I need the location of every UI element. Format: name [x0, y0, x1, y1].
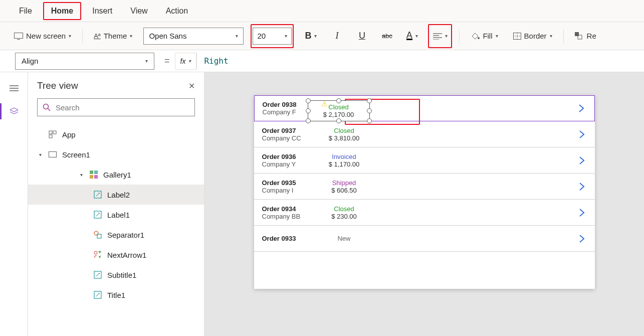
- tree-node-label: NextArrow1: [107, 251, 146, 259]
- order-price: $ 2,170.00: [323, 111, 354, 118]
- svg-rect-21: [90, 171, 93, 174]
- tree-search-input[interactable]: [55, 103, 189, 112]
- theme-label: Theme: [104, 32, 127, 40]
- separator: [459, 29, 460, 43]
- expand-icon[interactable]: ▾: [37, 152, 43, 157]
- close-panel-button[interactable]: ✕: [188, 81, 195, 91]
- gallery-item[interactable]: Order 0933 New: [254, 226, 595, 252]
- fx-label: fx: [180, 57, 186, 65]
- chevron-down-icon: ▾: [236, 33, 238, 39]
- font-color-button[interactable]: A ▾: [403, 27, 421, 45]
- tree-node-separator1[interactable]: Separator1: [28, 225, 204, 245]
- font-size-value: 20: [257, 32, 266, 40]
- tree-node-label2[interactable]: Label2: [28, 185, 204, 205]
- home-toolbar: New screen ▾ Aª Theme ▾ Open Sans ▾ 20 ▾…: [0, 22, 644, 50]
- tree-node-screen1[interactable]: ▾ Screen1: [28, 144, 204, 164]
- svg-rect-28: [97, 234, 101, 238]
- menu-file[interactable]: File: [10, 0, 41, 22]
- order-status: Closed: [314, 127, 374, 134]
- new-screen-button[interactable]: New screen ▾: [10, 27, 75, 45]
- reorder-button[interactable]: Re: [571, 27, 600, 45]
- order-status: New: [314, 235, 374, 242]
- next-arrow-icon[interactable]: [578, 104, 584, 113]
- formula-bar: Align ▾ = fx ▾: [0, 50, 644, 72]
- tree-node-label: Label2: [107, 191, 130, 199]
- bold-icon: B: [305, 31, 311, 41]
- tree-node-label: Label1: [107, 211, 130, 219]
- gallery-item[interactable]: Order 0934 Company BB Closed $ 230.00: [254, 200, 595, 226]
- border-button[interactable]: Border ▾: [509, 27, 556, 45]
- reorder-label: Re: [587, 32, 596, 40]
- menu-action[interactable]: Action: [157, 0, 197, 22]
- tree-node-app[interactable]: App: [28, 124, 204, 144]
- underline-button[interactable]: U: [353, 27, 371, 45]
- separator: [563, 29, 564, 43]
- hamburger-icon: [10, 85, 19, 92]
- app-icon: [48, 130, 57, 139]
- fx-button[interactable]: fx ▾: [175, 53, 197, 70]
- menu-view[interactable]: View: [121, 0, 156, 22]
- fill-button[interactable]: Fill ▾: [467, 27, 502, 45]
- new-screen-label: New screen: [26, 32, 66, 40]
- tree-search-box[interactable]: [37, 98, 195, 116]
- chevron-down-icon: ▾: [496, 33, 498, 39]
- font-size-select[interactable]: 20 ▾: [253, 28, 292, 45]
- company-name: Company BB: [262, 213, 314, 220]
- next-arrow-icon[interactable]: [579, 130, 585, 139]
- order-id: Order 0936: [262, 153, 314, 160]
- equals-sign: =: [159, 56, 175, 66]
- border-icon: [513, 33, 521, 40]
- font-family-select[interactable]: Open Sans ▾: [143, 28, 244, 45]
- canvas-area[interactable]: Order 0938 Company F Closed $ 2,170.00 ⚠…: [204, 72, 644, 336]
- tree-node-title1[interactable]: Title1: [28, 285, 204, 305]
- order-id: Order 0935: [262, 179, 314, 187]
- tree-view-panel: Tree view ✕ App ▾ Screen1 ▾ Gallery1: [28, 72, 204, 336]
- tree-view-title: Tree view: [37, 80, 78, 91]
- app-screen[interactable]: Order 0938 Company F Closed $ 2,170.00 ⚠…: [254, 95, 595, 289]
- label-icon: [93, 210, 102, 219]
- gallery-item[interactable]: Order 0936 Company Y Invoiced $ 1,170.00: [254, 147, 595, 174]
- next-arrow-icon[interactable]: [579, 156, 585, 165]
- gallery-item[interactable]: Order 0938 Company F Closed $ 2,170.00 ⚠…: [254, 95, 595, 121]
- italic-icon: I: [335, 31, 338, 41]
- chevron-down-icon: ▾: [130, 33, 132, 39]
- property-selector[interactable]: Align ▾: [15, 53, 154, 70]
- order-status: Closed: [314, 205, 374, 213]
- expand-icon[interactable]: ▾: [78, 172, 84, 178]
- gallery-item[interactable]: Order 0935 Company I Shipped $ 606.50: [254, 174, 595, 200]
- text-align-button[interactable]: ▾: [430, 27, 450, 45]
- next-arrow-icon[interactable]: [579, 208, 585, 217]
- tree-node-subtitle1[interactable]: Subtitle1: [28, 265, 204, 285]
- svg-rect-18: [53, 131, 56, 134]
- chevron-down-icon: ▾: [285, 33, 287, 39]
- order-price: $ 230.00: [314, 213, 374, 220]
- order-price: $ 606.50: [314, 187, 374, 194]
- hamburger-button[interactable]: [7, 81, 21, 95]
- svg-point-27: [94, 231, 98, 235]
- theme-button[interactable]: Aª Theme ▾: [90, 27, 136, 45]
- gallery-item[interactable]: Order 0937 Company CC Closed $ 3,810.00: [254, 121, 595, 147]
- menu-bar: File Home Insert View Action: [0, 0, 644, 22]
- formula-input[interactable]: [196, 53, 644, 70]
- menu-insert[interactable]: Insert: [83, 0, 121, 22]
- next-arrow-icon[interactable]: [579, 182, 585, 191]
- strikethrough-icon: abc: [382, 32, 392, 40]
- tree-view-rail-button[interactable]: [7, 104, 21, 118]
- tree-node-nextarrow1[interactable]: NextArrow1: [28, 245, 204, 265]
- svg-rect-19: [49, 135, 52, 138]
- tree-node-label1[interactable]: Label1: [28, 205, 204, 225]
- italic-button[interactable]: I: [328, 27, 346, 45]
- next-arrow-icon[interactable]: [579, 234, 585, 243]
- order-id: Order 0934: [262, 205, 314, 213]
- menu-home[interactable]: Home: [43, 2, 81, 20]
- label-icon: [93, 270, 102, 279]
- company-name: Company CC: [262, 134, 314, 142]
- svg-point-29: [94, 251, 97, 254]
- screen-icon: [48, 150, 57, 159]
- tree-node-gallery1[interactable]: ▾ Gallery1: [28, 164, 204, 185]
- chevron-down-icon: ▾: [550, 33, 552, 39]
- selection-box[interactable]: ⚠ Closed $ 2,170.00: [308, 100, 370, 121]
- bold-button[interactable]: B ▾: [301, 27, 321, 45]
- screen-icon: [14, 33, 23, 40]
- strikethrough-button[interactable]: abc: [378, 27, 396, 45]
